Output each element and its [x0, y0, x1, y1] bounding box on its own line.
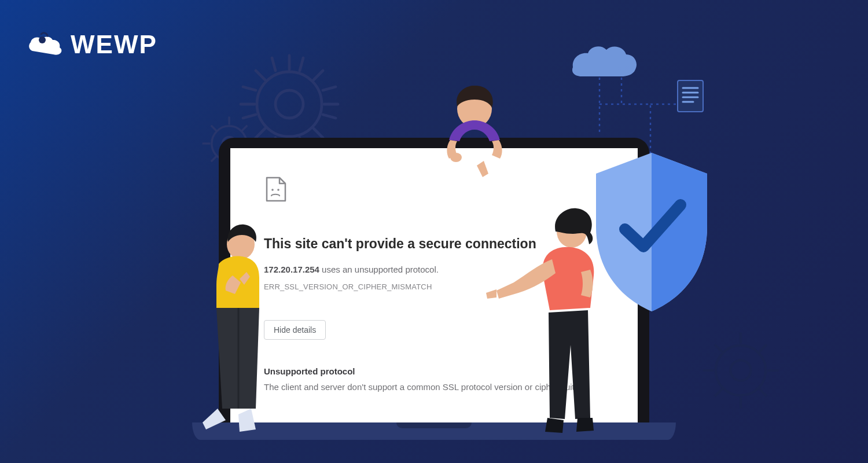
- svg-point-9: [277, 189, 279, 191]
- svg-point-6: [730, 360, 751, 380]
- svg-point-1: [257, 72, 322, 137]
- brand-logo: WEWP: [28, 30, 157, 59]
- svg-point-8: [271, 189, 274, 191]
- svg-point-11: [450, 153, 462, 162]
- error-ip-suffix: uses an unsupported protocol.: [322, 264, 439, 274]
- illustration-person-left: [187, 223, 275, 443]
- brand-mark-icon: [28, 31, 64, 58]
- document-icon: [677, 80, 704, 112]
- illustration-person-right: [485, 207, 627, 441]
- svg-point-5: [716, 346, 766, 395]
- svg-point-0: [39, 36, 46, 43]
- gear-icon: [694, 324, 787, 417]
- illustration-person-top: [417, 86, 532, 184]
- svg-point-2: [275, 90, 303, 118]
- brand-name: WEWP: [71, 30, 157, 59]
- svg-rect-7: [678, 80, 703, 112]
- laptop-notch: [396, 422, 472, 428]
